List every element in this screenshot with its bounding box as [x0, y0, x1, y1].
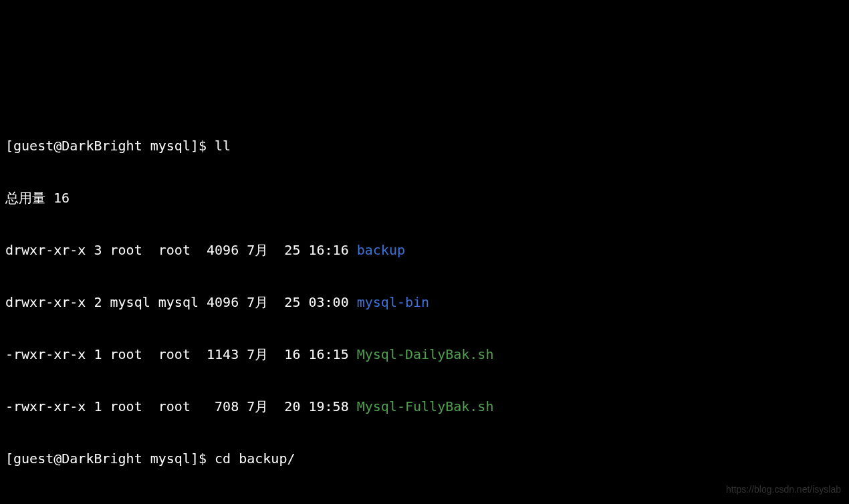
file-name: mysql-bin: [357, 294, 429, 310]
shell-prompt: [guest@DarkBright mysql]$: [5, 451, 215, 467]
command-text: cd backup/: [215, 451, 295, 467]
file-entry: -rwxr-xr-x 1 root root 1143 7月 16 16:15 …: [5, 342, 844, 368]
file-entry: drwxr-xr-x 2 mysql mysql 4096 7月 25 03:0…: [5, 289, 844, 316]
prompt-line: [guest@DarkBright backup]$ ll: [5, 498, 844, 504]
command-text: ll: [215, 138, 231, 154]
total-line: 总用量 16: [5, 185, 844, 211]
file-meta: -rwxr-xr-x 1 root root 1143 7月 16 16:15: [5, 346, 357, 362]
file-meta: drwxr-xr-x 2 mysql mysql 4096 7月 25 03:0…: [5, 294, 357, 310]
file-meta: drwxr-xr-x 3 root root 4096 7月 25 16:16: [5, 242, 357, 258]
terminal-output[interactable]: [guest@DarkBright mysql]$ ll 总用量 16 drwx…: [5, 107, 844, 504]
prompt-line: [guest@DarkBright mysql]$ ll: [5, 133, 844, 159]
file-entry: drwxr-xr-x 3 root root 4096 7月 25 16:16 …: [5, 237, 844, 263]
watermark-text: https://blog.csdn.net/isyslab: [726, 481, 841, 499]
file-name: Mysql-DailyBak.sh: [357, 346, 494, 362]
file-entry: -rwxr-xr-x 1 root root 708 7月 20 19:58 M…: [5, 394, 844, 420]
file-name: backup: [357, 242, 405, 258]
shell-prompt: [guest@DarkBright mysql]$: [5, 138, 215, 154]
file-meta: -rwxr-xr-x 1 root root 708 7月 20 19:58: [5, 398, 357, 414]
prompt-line: [guest@DarkBright mysql]$ cd backup/: [5, 446, 844, 472]
file-name: Mysql-FullyBak.sh: [357, 398, 494, 414]
